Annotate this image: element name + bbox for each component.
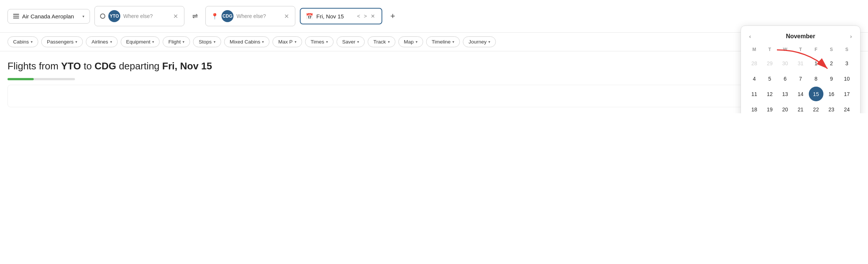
filter-cabins-button[interactable]: Cabins▾: [7, 36, 38, 47]
calendar-day-header: W: [778, 45, 792, 55]
calendar-day[interactable]: 16: [824, 87, 839, 101]
date-display: Fri, Nov 15: [316, 13, 353, 20]
filter-mixed-cabins-arrow: ▾: [262, 40, 264, 44]
destination-clear-button[interactable]: ✕: [283, 12, 290, 21]
calendar-day[interactable]: 17: [840, 87, 854, 101]
date-clear-button[interactable]: ✕: [370, 12, 376, 20]
filter-stops-arrow: ▾: [214, 40, 216, 44]
calendar-day[interactable]: 31: [793, 56, 808, 70]
calendar-day-header: S: [840, 45, 854, 55]
filter-journey-arrow: ▾: [488, 40, 490, 44]
calendar-day[interactable]: 8: [809, 71, 823, 86]
date-input[interactable]: 📅 Fri, Nov 15 < > ✕: [300, 8, 382, 24]
filter-track-label: Track: [373, 39, 386, 45]
date-next-button[interactable]: >: [363, 12, 368, 20]
filter-mixed-cabins-button[interactable]: Mixed Cabins▾: [224, 36, 270, 47]
calendar-day[interactable]: 4: [747, 71, 762, 86]
calendar-icon: 📅: [306, 13, 313, 20]
calendar-day[interactable]: 19: [762, 102, 777, 113]
calendar-day[interactable]: 20: [778, 102, 792, 113]
chevron-down-icon: ▾: [82, 14, 84, 18]
filter-saver-button[interactable]: Saver▾: [337, 36, 365, 47]
calendar-day[interactable]: 21: [793, 102, 808, 113]
filter-map-arrow: ▾: [416, 40, 418, 44]
page-title-dest: CDG: [94, 60, 116, 72]
calendar-day[interactable]: 29: [762, 56, 777, 70]
origin-icon: [100, 14, 105, 19]
filter-stops-button[interactable]: Stops▾: [193, 36, 221, 47]
date-nav-buttons: < > ✕: [356, 12, 376, 20]
page-content: Flights from YTO to CDG departing Fri, N…: [0, 51, 868, 113]
filter-saver-arrow: ▾: [357, 40, 359, 44]
filter-journey-button[interactable]: Journey▾: [463, 36, 496, 47]
page-title-mid: to: [81, 60, 94, 72]
filter-timeline-button[interactable]: Timeline▾: [426, 36, 460, 47]
page-title-suffix: departing: [116, 60, 162, 72]
filter-passengers-button[interactable]: Passengers▾: [41, 36, 83, 47]
calendar-day[interactable]: 10: [840, 71, 854, 86]
calendar-day[interactable]: 7: [793, 71, 808, 86]
calendar-next-button[interactable]: ›: [848, 32, 854, 41]
calendar-day[interactable]: 30: [778, 56, 792, 70]
page-title-prefix: Flights from: [7, 60, 61, 72]
filter-times-label: Times: [311, 39, 324, 45]
filter-map-label: Map: [404, 39, 414, 45]
filter-timeline-label: Timeline: [432, 39, 451, 45]
calendar-day[interactable]: 5: [762, 71, 777, 86]
calendar-day-header: S: [824, 45, 839, 55]
filter-track-button[interactable]: Track▾: [368, 36, 395, 47]
calendar-day[interactable]: 13: [778, 87, 792, 101]
page-title-origin: YTO: [61, 60, 81, 72]
calendar-day[interactable]: 15: [809, 87, 823, 101]
calendar-day[interactable]: 24: [840, 102, 854, 113]
airline-name: Air Canada Aeroplan: [22, 13, 79, 20]
filter-cabins-arrow: ▾: [31, 40, 33, 44]
calendar-day[interactable]: 23: [824, 102, 839, 113]
calendar-day[interactable]: 22: [809, 102, 823, 113]
calendar-day[interactable]: 14: [793, 87, 808, 101]
filter-passengers-arrow: ▾: [75, 40, 77, 44]
calendar-day-header: T: [793, 45, 808, 55]
airline-selector[interactable]: Air Canada Aeroplan ▾: [7, 9, 90, 24]
calendar-prev-button[interactable]: ‹: [747, 32, 753, 41]
origin-input[interactable]: YTO Where else? ✕: [94, 6, 184, 26]
calendar-day-header: F: [809, 45, 823, 55]
filter-flight-label: Flight: [168, 39, 181, 45]
filter-flight-button[interactable]: Flight▾: [163, 36, 190, 47]
filter-times-button[interactable]: Times▾: [305, 36, 334, 47]
page-title-date: Fri, Nov 15: [162, 60, 212, 72]
add-date-button[interactable]: +: [387, 10, 399, 22]
filter-maxp-button[interactable]: Max P▾: [272, 36, 302, 47]
filter-journey-label: Journey: [468, 39, 486, 45]
calendar-day[interactable]: 11: [747, 87, 762, 101]
progress-bar-fill: [7, 78, 34, 80]
date-prev-button[interactable]: <: [356, 12, 361, 20]
filter-airlines-label: Airlines: [91, 39, 108, 45]
filter-equipment-button[interactable]: Equipment▾: [121, 36, 160, 47]
calendar-day[interactable]: 1: [809, 56, 823, 70]
progress-bar-container: [7, 78, 75, 80]
destination-input[interactable]: 📍 CDG Where else? ✕: [205, 6, 295, 26]
filter-airlines-button[interactable]: Airlines▾: [86, 36, 117, 47]
filter-mixed-cabins-label: Mixed Cabins: [230, 39, 260, 45]
calendar-dropdown: ‹ November › MTWTFSS28293031123456789101…: [741, 26, 861, 113]
calendar-day[interactable]: 28: [747, 56, 762, 70]
filter-map-button[interactable]: Map▾: [398, 36, 423, 47]
origin-clear-button[interactable]: ✕: [172, 12, 179, 21]
calendar-month-title: November: [786, 33, 815, 40]
calendar-day[interactable]: 9: [824, 71, 839, 86]
calendar-day[interactable]: 3: [840, 56, 854, 70]
filter-stops-label: Stops: [199, 39, 212, 45]
calendar-day[interactable]: 12: [762, 87, 777, 101]
calendar-day[interactable]: 2: [824, 56, 839, 70]
filter-cabins-label: Cabins: [13, 39, 29, 45]
filter-equipment-arrow: ▾: [152, 40, 154, 44]
calendar-day[interactable]: 6: [778, 71, 792, 86]
plus-icon: +: [391, 11, 395, 21]
swap-button[interactable]: ⇌: [189, 10, 201, 22]
page-title: Flights from YTO to CDG departing Fri, N…: [7, 60, 861, 72]
pin-icon: 📍: [211, 13, 218, 20]
calendar-day[interactable]: 18: [747, 102, 762, 113]
origin-badge: YTO: [108, 10, 120, 22]
filter-times-arrow: ▾: [326, 40, 328, 44]
